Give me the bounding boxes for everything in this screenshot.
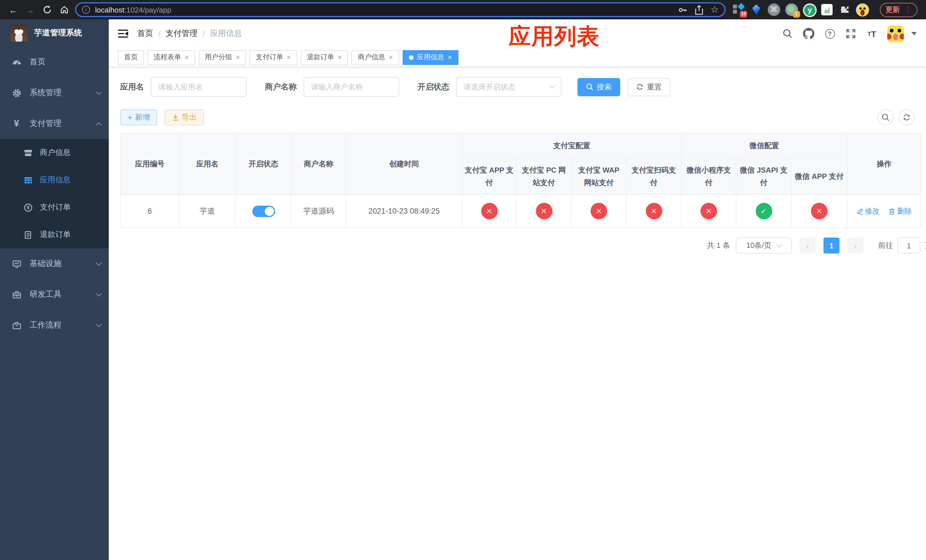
sidebar-logo[interactable]: 芋道管理系统: [0, 20, 109, 47]
tab-user-group[interactable]: 用户分组×: [198, 50, 246, 65]
export-button[interactable]: 导出: [165, 109, 204, 125]
tab-label: 首页: [124, 52, 138, 62]
password-key-icon[interactable]: [678, 5, 687, 15]
briefcase-icon: [11, 320, 22, 330]
next-page-button[interactable]: ›: [847, 238, 863, 254]
profile-avatar[interactable]: [856, 3, 869, 16]
sidebar-item-infrastructure[interactable]: 基础设施: [0, 248, 109, 279]
breadcrumb-home[interactable]: 首页: [137, 29, 153, 39]
sidebar-item-system[interactable]: 系统管理: [0, 77, 109, 108]
status-icon-wx-app: ✕: [811, 203, 828, 219]
close-icon[interactable]: ×: [286, 54, 291, 61]
plus-icon: +: [127, 114, 132, 121]
user-avatar[interactable]: [887, 25, 904, 42]
tab-pay-orders[interactable]: 支付订单×: [250, 50, 297, 65]
close-icon[interactable]: ×: [389, 54, 393, 61]
status-icon-alipay-qr: ✕: [646, 203, 662, 219]
sidebar-item-label: 退款订单: [40, 230, 101, 240]
avatar-caret-icon[interactable]: [911, 32, 917, 35]
extension-command-icon[interactable]: ⌘: [768, 3, 780, 16]
goto-label: 前往: [878, 241, 893, 251]
refresh-table-button[interactable]: [899, 109, 915, 125]
sidebar-item-home[interactable]: 首页: [0, 47, 109, 77]
table-toolbar: + 新增 导出: [120, 109, 915, 125]
sidebar-item-dev-tools[interactable]: 研发工具: [0, 279, 109, 310]
extension-blocks-icon[interactable]: 10: [732, 3, 745, 16]
bookmark-star-icon[interactable]: ☆: [710, 6, 719, 14]
tags-view-bar: 首页 流程表单× 用户分组× 支付订单× 退款订单× 商户信息× 应用信息×: [109, 48, 926, 67]
page-annotation: 应用列表: [508, 21, 600, 52]
extensions-puzzle-icon[interactable]: [838, 3, 851, 16]
navbar-actions: ? TT: [782, 25, 917, 42]
delete-link[interactable]: 删除: [889, 206, 912, 216]
reset-button-label: 重置: [647, 82, 662, 92]
extension-gem-icon[interactable]: [750, 3, 763, 16]
close-icon[interactable]: ×: [236, 54, 240, 61]
github-icon[interactable]: [803, 28, 814, 39]
breadcrumb-separator: /: [158, 29, 160, 38]
reset-button[interactable]: 重置: [628, 78, 670, 96]
sidebar-item-payment[interactable]: ¥ 支付管理: [0, 108, 109, 139]
browser-menu-icon[interactable]: ⋮: [904, 7, 912, 12]
status-toggle[interactable]: [252, 205, 275, 217]
search-button[interactable]: 搜索: [578, 78, 620, 96]
sidebar-item-refund-orders[interactable]: 退款订单: [0, 221, 109, 248]
tab-label: 支付订单: [256, 52, 283, 62]
pagination: 共 1 条 10条/页 ‹ 1 › 前往 页: [120, 238, 926, 254]
add-button[interactable]: + 新增: [120, 109, 157, 125]
extension-y-icon[interactable]: y: [803, 3, 816, 16]
extension-notes-icon[interactable]: [821, 3, 833, 16]
merchant-name-input[interactable]: [304, 77, 399, 97]
browser-update-button[interactable]: 更新 ⋮: [880, 3, 917, 17]
tab-label: 流程表单: [154, 52, 181, 62]
breadcrumb: 首页 / 支付管理 / 应用信息: [137, 29, 242, 39]
address-bar[interactable]: i localhost:1024/pay/app ☆: [75, 2, 726, 17]
sidebar-item-workflow[interactable]: 工作流程: [0, 310, 109, 341]
sidebar-item-app-info[interactable]: 应用信息: [0, 166, 109, 194]
app-name-input[interactable]: [151, 77, 247, 97]
font-size-icon[interactable]: TT: [866, 28, 878, 39]
col-status: 开启状态: [236, 133, 291, 195]
breadcrumb-payment[interactable]: 支付管理: [166, 29, 198, 39]
trash-icon: [889, 207, 896, 215]
prev-page-button[interactable]: ‹: [800, 238, 816, 254]
col-alipay-app: 支付宝 APP 支付: [462, 158, 516, 195]
payment-submenu: 商户信息 应用信息 ¥ 支付订单: [0, 139, 109, 248]
tab-process-form[interactable]: 流程表单×: [147, 50, 195, 65]
url-text[interactable]: localhost:1024/pay/app: [95, 5, 678, 14]
sidebar-collapse-icon[interactable]: [118, 30, 128, 38]
logo-image: [10, 24, 27, 42]
sidebar-item-pay-orders[interactable]: ¥ 支付订单: [0, 194, 109, 221]
coin-yen-icon: ¥: [23, 202, 33, 212]
current-page-button[interactable]: 1: [823, 238, 840, 254]
share-icon[interactable]: [694, 5, 703, 15]
tab-refund-orders[interactable]: 退款订单×: [301, 50, 348, 65]
tab-app-info[interactable]: 应用信息×: [402, 50, 458, 65]
fullscreen-icon[interactable]: [845, 28, 856, 39]
svg-text:¥: ¥: [26, 204, 29, 210]
tab-merchant-info[interactable]: 商户信息×: [352, 50, 399, 65]
pencil-icon: [856, 207, 863, 215]
browser-reload-icon[interactable]: [39, 5, 56, 14]
col-created: 创建时间: [346, 133, 462, 195]
browser-forward-icon[interactable]: →: [22, 5, 39, 15]
extension-recorder-icon[interactable]: 1: [785, 3, 798, 16]
gear-icon: [11, 88, 22, 98]
app-title: 芋道管理系统: [34, 28, 82, 38]
status-select[interactable]: 请选择开启状态: [456, 77, 561, 97]
close-icon[interactable]: ×: [185, 54, 189, 61]
close-icon[interactable]: ×: [338, 54, 342, 61]
show-search-toggle-button[interactable]: [878, 109, 894, 125]
sidebar-item-merchant-info[interactable]: 商户信息: [0, 139, 109, 166]
site-info-icon[interactable]: i: [82, 6, 90, 14]
export-button-label: 导出: [182, 112, 197, 123]
edit-link[interactable]: 修改: [856, 206, 879, 216]
help-icon[interactable]: ?: [824, 28, 835, 39]
close-icon[interactable]: ×: [448, 54, 452, 61]
page-size-select[interactable]: 10条/页: [736, 238, 791, 254]
browser-home-icon[interactable]: [56, 5, 73, 14]
tab-home[interactable]: 首页: [118, 50, 144, 65]
search-icon[interactable]: [782, 28, 793, 39]
goto-page-input[interactable]: [897, 238, 920, 254]
browser-back-icon[interactable]: ←: [5, 5, 22, 15]
